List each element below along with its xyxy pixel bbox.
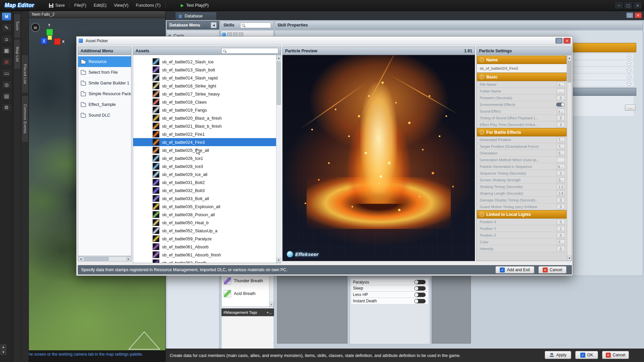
asset-list-item[interactable]: sb_ef_battle014_Slash_rapid <box>133 74 281 82</box>
asset-list-item[interactable]: sb_ef_battle032_Bolt3 <box>133 186 281 194</box>
vertical-scrollbar[interactable]: ▲ ▼ <box>276 55 281 263</box>
save-button[interactable]: Save <box>46 3 68 8</box>
settings-value[interactable]: 0 <box>557 197 565 202</box>
scrollbar-thumb[interactable] <box>277 61 281 105</box>
erase-tool-icon[interactable]: ⊘ <box>2 58 12 66</box>
settings-value[interactable]: 4 <box>557 122 565 127</box>
state-row[interactable]: Less HP <box>351 292 429 298</box>
state-row[interactable]: Paralysis <box>351 279 429 285</box>
picker-tool-icon[interactable]: ◎ <box>2 80 12 89</box>
vertical-scrollbar[interactable]: ▲ ▼ <box>567 55 572 261</box>
screen-tool-icon[interactable]: ▭ <box>2 69 12 77</box>
sidebar-tab-placed-list[interactable]: Placed List <box>21 55 29 93</box>
close-icon[interactable]: × <box>635 12 642 18</box>
settings-value[interactable]: 0 <box>557 219 565 224</box>
settings-row[interactable]: Orientation S... <box>477 150 567 157</box>
state-toggle[interactable] <box>414 293 426 297</box>
add-tag-button[interactable]: +... <box>267 310 272 314</box>
settings-row[interactable]: Folder Name .... <box>477 88 567 95</box>
toggle-switch[interactable] <box>556 103 565 107</box>
asset-list-item[interactable]: sb_ef_battle018_Claws <box>133 98 281 106</box>
more-button[interactable]: ... <box>625 105 636 111</box>
assets-search[interactable] <box>221 48 278 54</box>
asset-list-item[interactable]: sb_ef_battle025_Fire_all <box>133 146 281 154</box>
menu-file[interactable]: File(F) <box>70 0 90 11</box>
tab-database[interactable]: ▦ Database <box>175 12 217 20</box>
asset-list-item[interactable]: sb_ef_battle017_Strike_heavy <box>133 90 281 98</box>
scroll-up-icon[interactable]: ▲ <box>567 55 572 60</box>
state-row[interactable]: Instant Death <box>351 298 429 304</box>
settings-value[interactable]: T... <box>557 144 565 149</box>
restore-icon[interactable]: □ <box>555 38 562 44</box>
asset-list-item[interactable]: sb_ef_battle061_Absorb <box>133 243 281 251</box>
additional-menu-item[interactable]: Resource <box>78 56 131 67</box>
dialog-titlebar[interactable]: Asset Picker □ × <box>76 37 573 45</box>
state-toggle[interactable] <box>414 286 426 291</box>
cancel-button[interactable]: × Cancel <box>602 351 629 359</box>
additional-menu-item[interactable]: Smile Game Builder 1 <box>78 78 131 88</box>
toggle-off-icon[interactable]: − <box>627 81 631 86</box>
scroll-down-icon[interactable]: ▼ <box>276 258 281 263</box>
settings-row[interactable]: Position X 0 <box>477 219 567 225</box>
settings-value[interactable]: S... <box>557 177 565 182</box>
settings-value[interactable]: s→ <box>557 109 565 114</box>
app-menu-icon[interactable]: M <box>2 13 11 20</box>
settings-row[interactable]: Particle Generated in Sequence N→ <box>477 163 567 170</box>
scroll-right-icon[interactable]: ▶ <box>126 257 131 261</box>
additional-menu-item[interactable]: Simple Resource Pack <box>78 88 131 99</box>
settings-row[interactable]: Sound Effect s→ <box>477 108 567 115</box>
scrollbar-thumb[interactable] <box>568 61 571 82</box>
settings-value[interactable] <box>557 157 565 162</box>
settings-row[interactable]: Prewarm (Seconds) 0 <box>477 95 567 101</box>
scroll-left-icon[interactable]: ◀ <box>78 257 83 261</box>
restore-icon[interactable]: □ <box>626 12 633 18</box>
settings-value[interactable]: 1.5 <box>557 184 565 189</box>
asset-list-item[interactable]: sb_ef_battle050_Heal_b <box>133 219 281 227</box>
close-icon[interactable]: × <box>564 38 571 44</box>
additional-menu-item[interactable]: Sound DLC <box>78 110 131 121</box>
toggle-off-icon[interactable]: − <box>627 61 631 66</box>
settings-row[interactable]: Generation Method When Used as... <box>477 157 567 163</box>
tile-tool-icon[interactable]: ▦ <box>2 46 12 55</box>
settings-row[interactable]: Intensity 0 <box>477 245 567 252</box>
sidebar-tab-common-events[interactable]: Common Events <box>21 96 29 142</box>
axis-gizmo[interactable]: Y Z X <box>38 24 75 52</box>
asset-list-item[interactable]: sb_ef_battle026_Ice1 <box>133 154 281 162</box>
section-header-basic[interactable]: ✓ Basic <box>477 73 567 81</box>
settings-row[interactable]: Environmental Effects <box>477 101 567 108</box>
settings-tool-icon[interactable]: ⚙ <box>2 103 12 112</box>
asset-list-item[interactable]: sb_ef_battle028_Ice3 <box>133 162 281 170</box>
settings-row[interactable]: Damage Display Timing (Seconds... 0 <box>477 197 567 203</box>
settings-row[interactable]: Timing of Sound Effect Playback (... 0 <box>477 115 567 121</box>
pencil-tool-icon[interactable]: ✎ <box>2 23 12 32</box>
menu-edit[interactable]: Edit(E) <box>90 0 110 11</box>
toggle-off-icon[interactable]: − <box>627 55 631 59</box>
asset-list-item[interactable]: sb_ef_battle013_Slash_bolt <box>133 66 281 74</box>
settings-row[interactable]: Effect Play Time (Seconds) 0=Aut... 4 <box>477 121 567 128</box>
settings-value[interactable]: S... <box>557 150 565 156</box>
settings-value[interactable]: 0 <box>557 246 565 251</box>
state-toggle[interactable] <box>414 280 426 284</box>
settings-row[interactable]: Shaking Timing (Seconds) 1.5 <box>477 183 567 190</box>
asset-list-item[interactable]: sb_ef_battle038_Poison_all <box>133 210 281 219</box>
settings-row[interactable]: Generated Position T... <box>477 136 567 143</box>
assets-search-input[interactable] <box>227 49 247 53</box>
asset-list-item[interactable]: sb_ef_battle019_Fangs <box>133 106 281 114</box>
management-tags-bar[interactable]: #Management Tags +... <box>221 308 274 316</box>
scroll-down-icon[interactable]: ▼ <box>1 350 6 355</box>
sidebar-tab-map-list[interactable]: Map List <box>14 39 21 69</box>
settings-value[interactable]: N→ <box>556 164 565 169</box>
section-header-name[interactable]: ✓ Name <box>477 56 567 64</box>
settings-row[interactable]: Screen Shaking Strength S... <box>477 177 567 183</box>
asset-list-item[interactable]: sb_ef_battle016_Strike_light <box>133 82 281 90</box>
cancel-button[interactable]: × Cancel <box>538 266 567 274</box>
asset-list-item[interactable]: sb_ef_battle029_Ice_all <box>133 170 281 178</box>
ok-button[interactable]: ✓ OK <box>575 351 598 359</box>
menu-view[interactable]: View(V) <box>110 0 132 11</box>
settings-row[interactable]: Guard Motion Timing (sec) 0=None 0 <box>477 203 567 210</box>
asset-list-item[interactable]: sb_ef_battle012_Slash_ice <box>133 58 281 66</box>
asset-list-item[interactable]: sb_ef_battle024_Fire3 <box>133 138 281 146</box>
particle-preview-viewport[interactable]: Effekseer <box>282 55 475 261</box>
settings-value[interactable]: .... <box>557 88 565 94</box>
menu-functions[interactable]: Functions (T) <box>132 0 164 11</box>
